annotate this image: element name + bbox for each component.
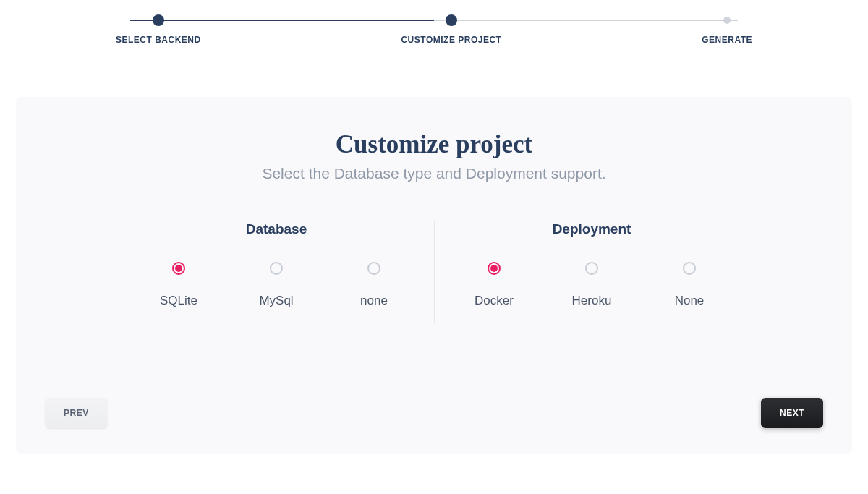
stepper-dot-icon: [446, 14, 457, 26]
card-header: Customize project Select the Database ty…: [45, 130, 823, 182]
option-label: Heroku: [572, 294, 612, 308]
page-title: Customize project: [45, 130, 823, 159]
deployment-option-heroku[interactable]: Heroku: [556, 262, 628, 308]
prev-button[interactable]: PREV: [45, 398, 108, 428]
stepper-step-label: SELECT BACKEND: [116, 35, 201, 45]
deployment-group-title: Deployment: [449, 221, 735, 237]
stepper-dot-icon: [723, 17, 731, 24]
deployment-option-none[interactable]: None: [653, 262, 726, 308]
database-option-sqlite[interactable]: SQLite: [142, 262, 215, 308]
radio-icon: [367, 262, 380, 275]
option-label: MySql: [259, 294, 293, 308]
database-option-none[interactable]: none: [338, 262, 410, 308]
customize-card: Customize project Select the Database ty…: [16, 97, 852, 454]
stepper-step-label: CUSTOMIZE PROJECT: [401, 35, 501, 45]
option-label: None: [675, 294, 705, 308]
stepper-step-select-backend[interactable]: SELECT BACKEND: [116, 14, 201, 45]
option-label: SQLite: [160, 294, 197, 308]
radio-icon: [270, 262, 283, 275]
deployment-option-docker[interactable]: Docker: [458, 262, 530, 308]
stepper-step-label: GENERATE: [702, 35, 752, 45]
options-row: Database SQLite MySql none: [45, 221, 823, 323]
stepper-step-customize-project[interactable]: CUSTOMIZE PROJECT: [401, 14, 501, 45]
deployment-group: Deployment Docker Heroku None: [435, 221, 749, 308]
database-option-mysql[interactable]: MySql: [240, 262, 312, 308]
wizard-stepper: SELECT BACKEND CUSTOMIZE PROJECT GENERAT…: [116, 14, 752, 45]
option-label: none: [360, 294, 388, 308]
next-button[interactable]: NEXT: [761, 398, 823, 428]
database-group-title: Database: [134, 221, 420, 237]
radio-icon: [585, 262, 598, 275]
radio-icon: [488, 262, 501, 275]
stepper-dot-icon: [153, 14, 164, 26]
stepper-step-generate[interactable]: GENERATE: [702, 14, 752, 45]
card-footer: PREV NEXT: [45, 340, 823, 428]
page-subtitle: Select the Database type and Deployment …: [45, 165, 823, 182]
radio-icon: [683, 262, 696, 275]
option-label: Docker: [475, 294, 514, 308]
radio-icon: [172, 262, 185, 275]
database-group: Database SQLite MySql none: [119, 221, 434, 308]
